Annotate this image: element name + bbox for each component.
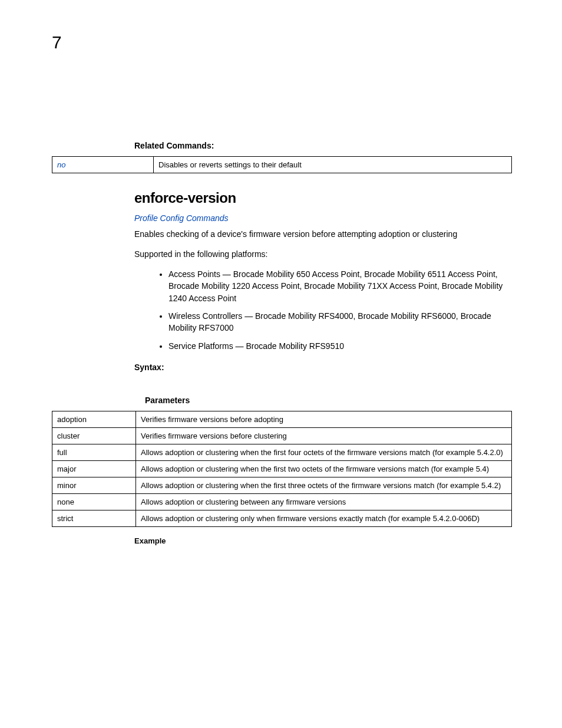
syntax-heading: Syntax:	[134, 363, 510, 372]
parameters-heading: Parameters	[145, 396, 510, 405]
param-name: cluster	[52, 427, 136, 444]
param-desc: Allows adoption or clustering only when …	[136, 510, 512, 526]
list-item: Wireless Controllers — Brocade Mobility …	[168, 310, 510, 334]
table-row: minor Allows adoption or clustering when…	[52, 477, 512, 493]
parameters-table: adoption Verifies firmware versions befo…	[52, 411, 512, 527]
param-name: full	[52, 444, 136, 460]
table-row: no Disables or reverts settings to their…	[52, 157, 512, 173]
param-name: major	[52, 460, 136, 477]
param-name: adoption	[52, 411, 136, 427]
list-item: Access Points — Brocade Mobility 650 Acc…	[168, 268, 510, 304]
param-name: strict	[52, 510, 136, 526]
param-name: minor	[52, 477, 136, 493]
table-row: cluster Verifies firmware versions befor…	[52, 427, 512, 444]
param-desc: Allows adoption or clustering when the f…	[136, 460, 512, 477]
platforms-list: Access Points — Brocade Mobility 650 Acc…	[145, 268, 510, 352]
description-paragraph: Enables checking of a device's firmware …	[134, 229, 510, 241]
param-name: none	[52, 493, 136, 510]
param-desc: Verifies firmware versions before adopti…	[136, 411, 512, 427]
example-heading: Example	[134, 536, 510, 545]
param-desc: Allows adoption or clustering between an…	[136, 493, 512, 510]
param-desc: Allows adoption or clustering when the f…	[136, 477, 512, 493]
table-row: full Allows adoption or clustering when …	[52, 444, 512, 460]
table-row: major Allows adoption or clustering when…	[52, 460, 512, 477]
table-row: strict Allows adoption or clustering onl…	[52, 510, 512, 526]
related-command-name: no	[52, 157, 154, 173]
param-desc: Verifies firmware versions before cluste…	[136, 427, 512, 444]
content-block: Related Commands: no Disables or reverts…	[134, 141, 510, 545]
section-title: enforce-version	[134, 190, 510, 206]
page-number: 7	[52, 32, 510, 52]
platforms-intro: Supported in the following platforms:	[134, 249, 510, 261]
document-page: 7 Related Commands: no Disables or rever…	[0, 0, 562, 581]
table-row: none Allows adoption or clustering betwe…	[52, 493, 512, 510]
list-item: Service Platforms — Brocade Mobility RFS…	[168, 340, 510, 352]
related-command-desc: Disables or reverts settings to their de…	[154, 157, 512, 173]
related-commands-heading: Related Commands:	[134, 141, 510, 150]
profile-config-link[interactable]: Profile Config Commands	[134, 213, 510, 223]
param-desc: Allows adoption or clustering when the f…	[136, 444, 512, 460]
table-row: adoption Verifies firmware versions befo…	[52, 411, 512, 427]
related-commands-table: no Disables or reverts settings to their…	[52, 156, 512, 173]
